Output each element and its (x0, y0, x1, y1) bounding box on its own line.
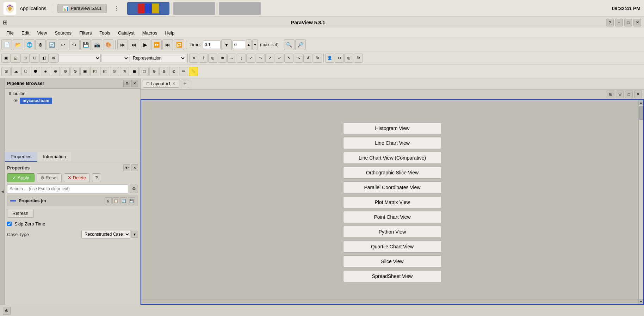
field-select[interactable] (101, 54, 129, 62)
tb-filter-14[interactable]: ◼ (130, 67, 139, 76)
view-btn-python[interactable]: Python View (343, 226, 442, 238)
tb-orient-11[interactable]: ↖ (284, 54, 293, 63)
tb-filter-8[interactable]: ⊜ (70, 67, 80, 76)
tb-filter-20[interactable]: 📏 (189, 67, 198, 76)
subsection-save-btn[interactable]: 💾 (128, 197, 135, 204)
tab-placeholder-2[interactable] (219, 2, 261, 15)
view-btn-quartile[interactable]: Quartile Chart View (343, 241, 442, 253)
tb-first-frame-btn[interactable]: ⏮ (117, 39, 128, 50)
search-input[interactable] (7, 184, 128, 193)
tb-filter-11[interactable]: ◱ (100, 67, 109, 76)
pipeline-eye-icon[interactable]: 👁 (13, 98, 18, 104)
view-btn-spreadsheet[interactable]: SpreadSheet View (343, 270, 442, 282)
tb-orient-10[interactable]: ↙ (275, 54, 284, 63)
tb-filter-2[interactable]: ☁ (11, 67, 20, 76)
view-btn-ortho-slice[interactable]: Orthographic Slice View (343, 167, 442, 179)
representation-select[interactable]: Representation (130, 54, 186, 62)
tb-view-btn-4[interactable]: ⊟ (30, 54, 39, 63)
view-tb-split-v[interactable]: ⊟ (616, 91, 624, 98)
tb-orient-4[interactable]: ⊕ (218, 54, 227, 63)
tb-filter-10[interactable]: ◰ (90, 67, 99, 76)
delete-button[interactable]: ✕ Delete (64, 173, 90, 182)
tb-orient-6[interactable]: ↕ (237, 54, 246, 63)
tb-save-state-btn[interactable]: 💾 (80, 39, 91, 50)
tb-filter-7[interactable]: ⊚ (61, 67, 70, 76)
tb-filter-12[interactable]: ◲ (110, 67, 119, 76)
tb-filter-16[interactable]: ⊕ (149, 67, 159, 76)
tab-placeholder-1[interactable] (173, 2, 215, 15)
tab-properties[interactable]: Properties (5, 152, 37, 162)
tb-orient-7[interactable]: ⤢ (246, 54, 255, 63)
tb-last-frame-btn[interactable]: ⏭ (162, 39, 173, 50)
taskbar-dots-menu[interactable]: ⋮ (110, 5, 124, 12)
reset-button[interactable]: ⊗ Reset (37, 173, 62, 182)
tb-orient-3[interactable]: ◎ (208, 54, 217, 63)
tb-view-btn-5[interactable]: ◧ (39, 54, 49, 63)
tb-cam-2[interactable]: ⊙ (335, 54, 344, 63)
tb-view-btn-1[interactable]: ▣ (1, 54, 11, 63)
menu-tools[interactable]: Tools (96, 29, 113, 37)
view-btn-histogram[interactable]: Histogram View (343, 122, 442, 134)
tb-filter-17[interactable]: ⊗ (159, 67, 168, 76)
menu-filters[interactable]: Filters (76, 29, 95, 37)
tb-rot-left[interactable]: ↺ (303, 54, 312, 63)
scroll-thumb-right[interactable] (639, 106, 643, 120)
tb-orient-1[interactable]: ✕ (189, 54, 198, 63)
skip-zero-checkbox[interactable] (7, 222, 12, 226)
view-tb-split-h[interactable]: ⊞ (607, 91, 614, 98)
viewport-scrollbar-bottom[interactable] (141, 299, 638, 304)
tb-filter-4[interactable]: ⬢ (31, 67, 40, 76)
subsection-paste-btn[interactable]: 📋 (112, 197, 119, 204)
tb-filter-3[interactable]: ⬡ (21, 67, 30, 76)
props-close-btn[interactable]: ✕ (131, 164, 138, 171)
tb-select-btn[interactable]: 🔎 (295, 39, 306, 50)
pipeline-close-btn[interactable]: ✕ (131, 80, 138, 87)
help-button[interactable]: ? (92, 173, 101, 182)
tb-filter-5[interactable]: ◈ (41, 67, 50, 76)
pipeline-select[interactable] (58, 54, 101, 62)
subsection-refresh-btn[interactable]: 🔄 (120, 197, 127, 204)
menu-sources[interactable]: Sources (51, 29, 75, 37)
pipeline-settings-btn[interactable]: ⚙ (123, 80, 130, 87)
sidebar-collapse-tab[interactable]: ◀ (0, 78, 5, 305)
view-btn-plot-matrix[interactable]: Plot Matrix View (343, 196, 442, 208)
menu-catalyst[interactable]: Catalyst (114, 29, 138, 37)
subsection-copy-btn[interactable]: ⎘ (105, 197, 112, 204)
layout-tab-1[interactable]: □ Layout #1 ✕ (143, 80, 179, 88)
time-dropdown-btn[interactable]: ▼ (221, 39, 232, 50)
props-eye-btn[interactable]: 👁 (123, 164, 130, 171)
view-btn-slice[interactable]: Slice View (343, 255, 442, 267)
paraview-active-indicator[interactable] (127, 2, 169, 15)
tb-filter-15[interactable]: ◻ (140, 67, 149, 76)
status-center-btn[interactable]: ⊕ (3, 307, 11, 315)
pipeline-mycase[interactable]: 👁 mycase.foam (6, 97, 139, 105)
tb-orient-8[interactable]: ⤡ (256, 54, 265, 63)
menu-view[interactable]: View (33, 29, 50, 37)
titlebar-close-btn[interactable]: ✕ (633, 19, 641, 26)
tb-find-data-btn[interactable]: 🔍 (284, 39, 295, 50)
frame-input[interactable] (233, 41, 245, 49)
tb-filter-1[interactable]: ⊞ (1, 67, 11, 76)
tb-open-btn[interactable]: 📂 (13, 39, 23, 50)
refresh-button[interactable]: Refresh (7, 209, 34, 218)
tab-add-button[interactable]: + (181, 80, 189, 88)
tb-view-btn-6[interactable]: ⊠ (49, 54, 58, 63)
viewport[interactable]: Histogram View Line Chart View Line Char… (141, 99, 644, 305)
tb-redo-btn[interactable]: ↪ (69, 39, 80, 50)
case-type-extra-btn[interactable]: ▼ (131, 231, 138, 238)
tb-undo-btn[interactable]: ↩ (58, 39, 68, 50)
tb-cam-3[interactable]: ◎ (344, 54, 353, 63)
menu-edit[interactable]: Edit (18, 29, 33, 37)
tb-disconnect-btn[interactable]: ⊗ (35, 39, 46, 50)
view-tb-close[interactable]: ✕ (634, 91, 642, 98)
menu-help[interactable]: Help (161, 29, 178, 37)
tb-orient-12[interactable]: ↘ (294, 54, 303, 63)
layout-tab-close[interactable]: ✕ (172, 81, 175, 86)
time-input[interactable] (203, 41, 221, 49)
frame-down-btn[interactable]: ▼ (252, 39, 258, 50)
view-tb-restore[interactable]: □ (625, 91, 633, 98)
tb-filter-6[interactable]: ⊛ (51, 67, 60, 76)
view-btn-point-chart[interactable]: Point Chart View (343, 211, 442, 223)
tb-view-btn-3[interactable]: ⊞ (20, 54, 30, 63)
paraview-tab-btn[interactable]: 📊 ParaView 5.8.1 (57, 4, 107, 13)
